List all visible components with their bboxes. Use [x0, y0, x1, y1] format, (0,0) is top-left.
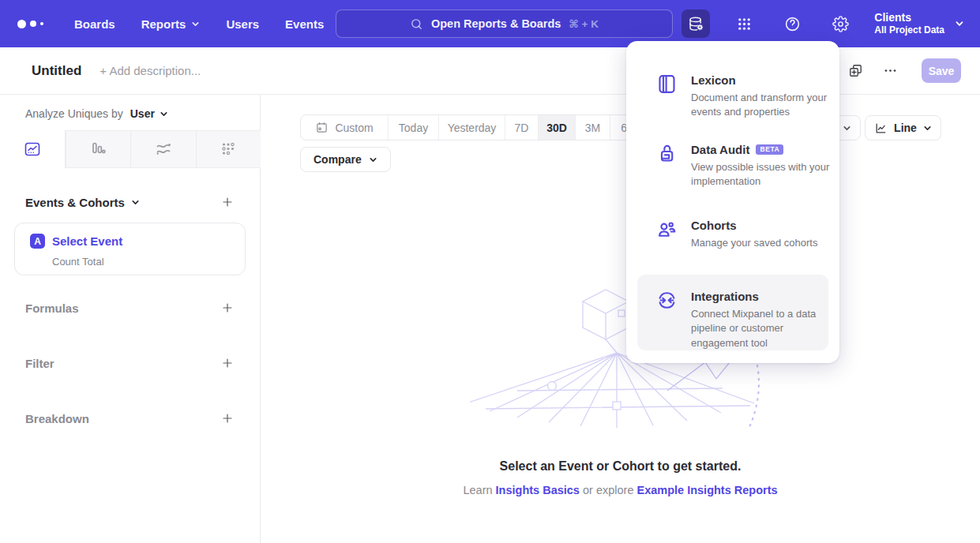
range-7d[interactable]: 7D	[505, 115, 539, 140]
logo-dot	[40, 22, 43, 25]
menu-item-description: Document and transform your events and p…	[691, 91, 830, 120]
more-options-button[interactable]	[877, 58, 903, 84]
nav-reports-label: Reports	[141, 17, 186, 31]
formulas-section-row: Formulas	[25, 299, 236, 316]
copy-plus-icon	[848, 63, 863, 78]
beta-badge: BETA	[756, 144, 783, 155]
range-custom-label: Custom	[335, 122, 373, 134]
empty-state-subtitle: Learn Insights Basics or explore Example…	[261, 484, 980, 496]
tab-bar-chart[interactable]	[66, 130, 131, 168]
menu-item-description: View possible issues with your implement…	[691, 160, 849, 189]
events-section-row: Events & Cohorts	[25, 193, 236, 211]
nav-reports[interactable]: Reports	[141, 17, 201, 31]
select-event-label: Select Event	[52, 234, 122, 249]
ellipsis-icon	[883, 63, 898, 78]
nav-right-cluster: Clients All Project Data	[681, 0, 964, 47]
stacked-flow-icon	[154, 140, 173, 159]
menu-item-lexicon[interactable]: Lexicon Document and transform your even…	[656, 73, 828, 120]
top-nav: Boards Reports Users Events Open Reports…	[0, 0, 980, 47]
data-audit-icon	[656, 143, 678, 164]
range-3m[interactable]: 3M	[576, 115, 610, 140]
plus-icon	[221, 196, 234, 208]
help-button[interactable]	[778, 9, 806, 38]
breakdown-label: Breakdown	[25, 412, 89, 425]
chevron-down-icon	[923, 124, 932, 133]
menu-item-title: Integrations	[691, 289, 830, 304]
tab-stacked-chart[interactable]	[130, 130, 196, 168]
nav-events[interactable]: Events	[285, 17, 324, 31]
chevron-down-icon	[369, 155, 377, 164]
report-title[interactable]: Untitled	[32, 63, 81, 79]
count-total-label[interactable]: Count Total	[52, 256, 104, 268]
compare-dropdown[interactable]: Compare	[300, 147, 391, 172]
events-cohorts-header[interactable]: Events & Cohorts	[25, 196, 140, 209]
primary-nav: Boards Reports Users Events	[74, 17, 324, 31]
nav-boards[interactable]: Boards	[74, 17, 115, 31]
add-filter-button[interactable]	[219, 354, 236, 372]
project-name: Clients	[874, 11, 944, 24]
subtitle-prefix: Learn	[463, 484, 492, 496]
settings-button[interactable]	[826, 9, 854, 38]
bar-chart-icon	[88, 140, 107, 159]
menu-item-data-audit[interactable]: Data Audit BETA View possible issues wit…	[656, 142, 828, 189]
nav-users[interactable]: Users	[226, 17, 259, 31]
tab-line-chart[interactable]	[0, 130, 66, 168]
analyze-label: Analyze Uniques by	[25, 106, 123, 122]
compare-label: Compare	[314, 153, 362, 166]
database-gear-icon	[688, 16, 704, 32]
example-reports-link[interactable]: Example Insights Reports	[636, 484, 777, 496]
plus-icon	[221, 301, 234, 314]
duplicate-button[interactable]	[843, 58, 868, 84]
chart-area: Custom Today Yesterday 7D 30D 3M 6M Comp…	[261, 95, 980, 543]
add-breakdown-button[interactable]	[219, 410, 236, 427]
select-event-card[interactable]: A Select Event Count Total	[14, 223, 246, 275]
chart-type-dropdown[interactable]: Line	[865, 115, 941, 140]
search-icon	[410, 17, 423, 31]
mixpanel-logo[interactable]	[17, 20, 43, 28]
report-actions: Save	[843, 58, 961, 84]
filter-label: Filter	[25, 357, 54, 370]
add-description-field[interactable]: + Add description...	[100, 64, 201, 77]
search-shortcut: ⌘ + K	[569, 17, 599, 30]
filter-section-row: Filter	[25, 354, 236, 372]
logo-dot	[17, 20, 26, 28]
mixpanel-app: Boards Reports Users Events Open Reports…	[0, 0, 980, 543]
chevron-down-icon	[191, 20, 200, 28]
project-scope: All Project Data	[874, 24, 944, 36]
chevron-down-icon	[131, 198, 140, 207]
add-event-button[interactable]	[219, 193, 236, 211]
range-30d[interactable]: 30D	[539, 115, 576, 140]
chevron-down-icon	[843, 124, 851, 133]
range-custom[interactable]: Custom	[301, 115, 389, 140]
query-sidebar: Analyze Uniques by User Events & Cohorts	[0, 95, 261, 543]
line-chart-axis-icon	[874, 122, 888, 135]
integrations-sync-icon	[656, 290, 678, 311]
menu-item-cohorts[interactable]: Cohorts Manage your saved cohorts	[656, 218, 828, 250]
range-yesterday[interactable]: Yesterday	[439, 115, 505, 140]
event-series-badge: A	[30, 234, 45, 249]
chevron-down-icon	[955, 19, 964, 28]
breakdown-section-row: Breakdown	[25, 410, 236, 427]
gear-icon	[832, 16, 849, 32]
global-search-input[interactable]: Open Reports & Boards ⌘ + K	[336, 9, 673, 38]
add-formula-button[interactable]	[219, 299, 236, 316]
analyze-by-dropdown[interactable]: User	[130, 106, 168, 122]
analyze-row: Analyze Uniques by User	[25, 106, 168, 122]
range-today[interactable]: Today	[389, 115, 439, 140]
lexicon-book-icon	[656, 73, 678, 95]
analyze-value: User	[130, 106, 155, 122]
metric-dots-icon	[219, 140, 238, 159]
menu-item-description: Manage your saved cohorts	[691, 236, 849, 250]
cohorts-people-icon	[656, 219, 678, 240]
apps-grid-button[interactable]	[730, 9, 758, 38]
tab-metric[interactable]	[196, 130, 261, 168]
events-cohorts-label: Events & Cohorts	[25, 196, 125, 209]
menu-item-integrations[interactable]: Integrations Connect Mixpanel to a data …	[656, 289, 828, 350]
data-management-button[interactable]	[681, 9, 710, 38]
project-selector[interactable]: Clients All Project Data	[874, 11, 964, 36]
save-button[interactable]: Save	[922, 58, 961, 83]
insights-basics-link[interactable]: Insights Basics	[496, 484, 580, 496]
plus-icon	[221, 412, 234, 425]
logo-dot	[30, 21, 36, 27]
line-chart-icon	[23, 140, 42, 159]
